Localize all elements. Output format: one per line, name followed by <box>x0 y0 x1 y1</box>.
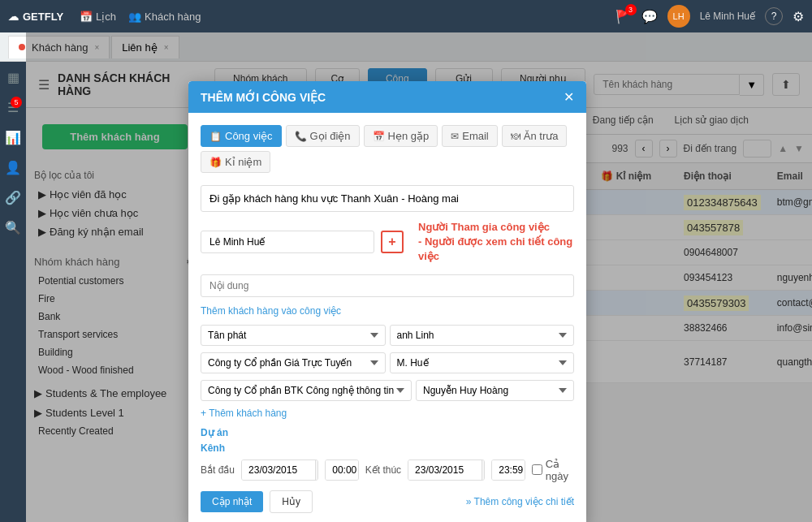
sidebar-grid-icon[interactable]: ▦ <box>7 70 19 85</box>
allday-checkbox[interactable] <box>532 464 542 475</box>
modal-tab-hen-gap[interactable]: 📅 Hẹn gặp <box>364 125 438 147</box>
start-time-input[interactable] <box>326 460 358 480</box>
cloud-icon: ☁ <box>8 11 19 23</box>
top-nav: ☁ GETFLY 📅 Lịch 👥 Khách hàng 🚩3 💬 LH Lê … <box>0 0 812 32</box>
calendar-icon: 📅 <box>80 11 93 23</box>
modal-close-btn[interactable]: ✕ <box>564 89 574 105</box>
start-time-input-wrap <box>325 459 358 481</box>
left-sidebar: ▦ ☰ 5 📊 👤 🔗 🔍 <box>0 62 26 522</box>
customer-select-1-col2[interactable]: anh Linh <box>390 325 575 346</box>
modal-tab-cong-viec[interactable]: 📋 Công việc <box>201 125 282 147</box>
end-date-label: Kết thúc <box>365 464 401 476</box>
end-cal-icon[interactable]: 📅 <box>482 460 485 480</box>
customer-row-3: Công ty Cổ phần BTK Công nghệ thông tin … <box>201 380 574 401</box>
customer-select-2-col1[interactable]: Công ty Cổ phần Giá Trực Tuyến <box>201 352 386 373</box>
detail-link[interactable]: » Thêm công việc chi tiết <box>466 496 574 507</box>
task-title-input[interactable] <box>201 185 574 212</box>
add-customer-link[interactable]: Thêm khách hàng vào công việc <box>201 305 574 317</box>
customer-select-2-col2[interactable]: M. Huế <box>390 352 575 373</box>
modal-tab-ki-niem[interactable]: 🎁 Kỉ niệm <box>201 151 270 173</box>
settings-btn[interactable]: ⚙ <box>793 9 804 24</box>
assignee-input[interactable] <box>201 231 374 253</box>
channel-label: Kênh <box>201 442 574 454</box>
end-date-input-wrap: 📅 <box>408 459 485 481</box>
modal-actions: Cập nhật Hủy » Thêm công việc chi tiết <box>201 490 574 513</box>
sidebar-badge: 5 <box>11 97 22 108</box>
nav-customers[interactable]: 👥 Khách hàng <box>128 11 201 23</box>
nav-items: 📅 Lịch 👥 Khách hàng <box>80 11 615 23</box>
modal-tab-email[interactable]: ✉ Email <box>442 125 498 147</box>
customers-icon: 👥 <box>128 11 141 23</box>
nav-right: 🚩3 💬 LH Lê Minh Huế ? ⚙ <box>615 5 804 28</box>
add-assignee-btn[interactable]: + <box>381 231 404 253</box>
tab-dot <box>19 44 25 50</box>
start-date-input[interactable] <box>242 460 315 480</box>
app-logo[interactable]: ☁ GETFLY <box>8 11 63 23</box>
chat-btn[interactable]: 💬 <box>641 9 658 24</box>
cancel-btn[interactable]: Hủy <box>270 490 313 513</box>
modal: THÊM MỚI CÔNG VIỆC ✕ 📋 Công việc 📞 Gọi đ… <box>188 81 586 522</box>
customer-select-1-col1[interactable]: Tân phát <box>201 325 386 346</box>
sidebar-search-icon[interactable]: 🔍 <box>5 220 21 235</box>
sidebar-list-icon[interactable]: ☰ 5 <box>7 100 19 115</box>
modal-tab-an-trua[interactable]: 🍽 Ăn trưa <box>502 125 568 147</box>
flag-badge: 3 <box>625 4 637 15</box>
end-time-input[interactable] <box>492 460 525 480</box>
customer-select-3-col2[interactable]: Nguyễn Huy Hoàng <box>416 380 574 401</box>
modal-header: THÊM MỚI CÔNG VIỆC ✕ <box>188 81 586 113</box>
sidebar-connect-icon[interactable]: 🔗 <box>5 190 21 205</box>
start-cal-icon[interactable]: 📅 <box>315 460 318 480</box>
customer-select-3-col1[interactable]: Công ty Cổ phần BTK Công nghệ thông tin <box>201 380 412 401</box>
annotation-text: Người Tham gia công việc- Người được xem… <box>418 220 574 265</box>
end-date-input[interactable] <box>408 460 482 480</box>
flag-btn[interactable]: 🚩3 <box>615 9 632 24</box>
sidebar-chart-icon[interactable]: 📊 <box>5 130 21 145</box>
content-input[interactable] <box>201 274 574 297</box>
modal-title: THÊM MỚI CÔNG VIỆC <box>201 91 326 104</box>
modal-body: 📋 Công việc 📞 Gọi điện 📅 Hẹn gặp ✉ Email… <box>188 113 586 522</box>
sidebar-people-icon[interactable]: 👤 <box>5 160 21 175</box>
modal-tab-goi-dien[interactable]: 📞 Gọi điện <box>286 125 360 147</box>
nav-calendar[interactable]: 📅 Lịch <box>80 11 116 23</box>
add-more-customer-link[interactable]: + Thêm khách hàng <box>201 408 574 419</box>
update-btn[interactable]: Cập nhật <box>201 491 263 512</box>
user-name: Lê Minh Huế <box>700 11 755 22</box>
modal-overlay[interactable]: THÊM MỚI CÔNG VIỆC ✕ 📋 Công việc 📞 Gọi đ… <box>26 32 812 522</box>
modal-tabs: 📋 Công việc 📞 Gọi điện 📅 Hẹn gặp ✉ Email… <box>201 125 574 173</box>
start-date-label: Bắt đầu <box>201 464 235 476</box>
avatar: LH <box>667 5 690 28</box>
end-time-input-wrap <box>491 459 525 481</box>
project-label: Dự án <box>201 427 574 438</box>
app-name: GETFLY <box>23 11 63 23</box>
customer-row-1: Tân phát anh Linh <box>201 325 574 346</box>
customer-row-2: Công ty Cổ phần Giá Trực Tuyến M. Huế <box>201 352 574 373</box>
start-date-input-wrap: 📅 <box>241 459 318 481</box>
help-btn[interactable]: ? <box>765 7 783 25</box>
allday-wrap: Cả ngày <box>532 458 574 482</box>
date-row: Bắt đầu 📅 Kết thúc 📅 Cả <box>201 458 574 482</box>
